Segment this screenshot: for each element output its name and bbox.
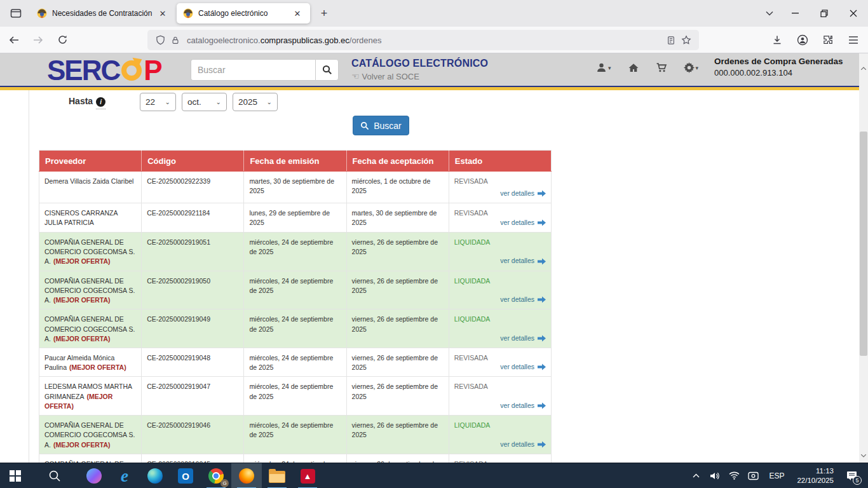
meet-now-icon[interactable] [745,463,761,488]
mejor-oferta-label: (MEJOR OFERTA) [53,296,111,304]
cell-proveedor: Paucar Almeida Mónica Paulina(MEJOR OFER… [39,348,142,376]
volver-al-soce-link[interactable]: ☜Volver al SOCE [351,71,488,81]
cart-button[interactable] [656,62,667,73]
ver-detalles-link[interactable]: ver detalles [500,256,534,266]
ver-detalles-link[interactable]: ver detalles [500,440,534,449]
clock[interactable]: 11:13 22/10/2025 [792,466,839,485]
cell-estado: LIQUIDADAver detalles [449,271,551,309]
reload-button[interactable] [52,30,72,50]
arrow-right-icon [538,402,546,409]
user-menu-button[interactable]: ▾ [596,62,611,73]
back-button[interactable] [4,30,24,50]
gear-icon [684,62,695,73]
chrome-app-icon[interactable]: G [201,463,231,488]
bookmark-star-icon[interactable] [679,32,694,48]
search-icon [360,121,369,130]
ver-detalles-link[interactable]: ver detalles [500,401,534,410]
chevron-down-icon: ⌄ [165,98,170,105]
ver-detalles-link[interactable]: ver detalles [500,362,534,372]
window-close-button[interactable] [839,0,868,27]
tab-close-icon[interactable]: ✕ [291,7,304,20]
ver-detalles-link[interactable]: ver detalles [500,295,534,304]
year-select[interactable]: 2025⌄ [233,93,278,111]
notification-center-button[interactable]: 5 [841,463,863,488]
sercop-logo[interactable]: SERCP [47,55,161,86]
tray-time: 11:13 [816,467,834,475]
window-minimize-button[interactable] [780,0,810,27]
arrow-right-icon [538,258,546,265]
settings-menu-button[interactable]: ▾ [684,62,699,73]
cell-proveedor: COMPAÑIA GENERAL DE COMERCIO COGECOMSA S… [39,233,142,271]
table-row: COMPAÑIA GENERAL DE COMERCIO COGECOMSA S… [39,309,552,348]
tab-close-icon[interactable]: ✕ [156,7,169,20]
edge-app-icon[interactable] [140,463,170,488]
downloads-icon[interactable] [769,32,785,48]
taskbar-search-button[interactable] [39,463,70,488]
new-tab-button[interactable]: + [315,4,333,22]
cell-estado: LIQUIDADAver detalles [449,309,551,348]
ver-detalles-link[interactable]: ver detalles [500,189,534,198]
ecuador-crest-favicon [183,8,193,18]
user-icon [596,62,607,73]
proveedor-name: CISNEROS CARRANZA JULIA PATRICIA [44,209,118,226]
extensions-puzzle-icon[interactable] [820,32,836,48]
windows-logo-icon [10,470,21,482]
scrollbar-thumb[interactable] [860,132,867,356]
chevron-down-icon: ⌄ [267,98,272,105]
firefox-app-icon[interactable] [231,463,262,488]
arrow-right-icon [538,190,546,197]
file-explorer-app-icon[interactable] [262,463,292,488]
web-page: SERCP CATÁLOGO ELECTRÓNICO ☜Volver al SO… [0,53,868,463]
volume-icon[interactable] [707,463,723,488]
acrobat-app-icon[interactable]: ▲ [292,463,323,488]
cell-estado: REVISADAver detalles [449,377,551,416]
lock-icon[interactable] [168,32,183,48]
window-restore-button[interactable] [810,0,839,27]
url-text[interactable]: catalogoelectronico.compraspublicas.gob.… [187,36,663,45]
wifi-icon[interactable] [726,463,742,488]
url-bar[interactable]: catalogoelectronico.compraspublicas.gob.… [147,30,699,50]
scroll-up-arrow[interactable] [859,64,868,72]
tab-necesidades[interactable]: Necesidades de Contratación y ✕ [31,3,175,24]
chevron-down-icon: ▾ [696,65,699,71]
cell-fecha-aceptacion: viernes, 26 de septiembre de 2025 [346,348,449,376]
browser-toolbar: catalogoelectronico.compraspublicas.gob.… [0,27,868,53]
ver-detalles-link[interactable]: ver detalles [500,334,534,343]
outlook-app-icon[interactable]: O [170,463,201,488]
ver-detalles-link[interactable]: ver detalles [500,218,534,227]
day-select[interactable]: 22⌄ [140,93,176,111]
copilot-app-icon[interactable] [79,463,109,488]
home-button[interactable] [628,62,639,73]
cell-estado: REVISADAver detalles [449,348,551,376]
shield-icon[interactable] [153,32,168,48]
table-row: COMPAÑIA GENERAL DE COMERCIO COGECOMSA S… [39,454,552,463]
scroll-down-arrow[interactable] [859,451,868,460]
orders-generated-label: Ordenes de Compra Generadas [714,57,843,66]
chevron-down-icon: ⌄ [216,98,221,105]
search-input[interactable] [191,59,315,81]
language-indicator[interactable]: ESP [764,471,789,480]
month-select[interactable]: oct.⌄ [182,93,227,111]
start-button[interactable] [0,463,31,488]
buscar-button[interactable]: Buscar [353,116,409,135]
info-tooltip[interactable]: i [96,96,105,109]
tray-date: 22/10/2025 [797,477,834,484]
internet-explorer-app-icon[interactable]: e [109,463,140,488]
cell-fecha-aceptacion: viernes, 26 de septiembre de 2025 [346,416,449,454]
cell-fecha-aceptacion: miércoles, 1 de octubre de 2025 [346,172,449,203]
chrome-profile-badge: G [220,479,229,487]
search-button[interactable] [315,59,339,81]
cell-proveedor: COMPAÑIA GENERAL DE COMERCIO COGECOMSA S… [39,309,142,348]
tab-catalogo[interactable]: Catálogo electrónico ✕ [177,3,310,24]
reader-mode-icon[interactable] [663,32,679,48]
forward-button[interactable] [28,30,48,50]
firefox-view-button[interactable] [6,4,25,22]
cell-estado: REVISADAver detalles [449,203,551,233]
tray-chevron-up-icon[interactable] [688,463,704,488]
page-scrollbar[interactable] [859,53,868,463]
account-icon[interactable] [794,32,811,48]
mejor-oferta-label: (MEJOR OFERTA) [53,335,111,342]
table-row: LEDESMA RAMOS MARTHA GRIMANEZA(MEJOR OFE… [39,377,552,416]
list-tabs-chevron-icon[interactable] [759,4,780,22]
menu-hamburger-icon[interactable] [845,32,862,48]
